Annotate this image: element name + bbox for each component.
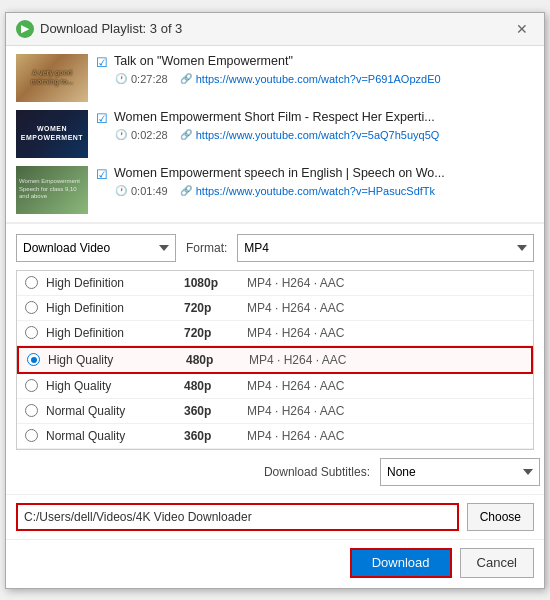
radio-button[interactable]: [25, 301, 38, 314]
checkbox-3[interactable]: ☑: [96, 167, 108, 182]
item-title-row-2: ☑ Women Empowerment Short Film - Respect…: [96, 110, 534, 126]
thumb-overlay-1: A very good morning to...: [16, 54, 88, 102]
quality-label: Normal Quality: [46, 429, 176, 443]
quality-label: High Definition: [46, 276, 176, 290]
quality-label: High Quality: [46, 379, 176, 393]
quality-item[interactable]: High Definition1080pMP4 · H264 · AAC: [17, 271, 533, 296]
options-section: Download Video Download Audio Download S…: [6, 223, 544, 450]
quality-item[interactable]: Normal Quality360pMP4 · H264 · AAC: [17, 424, 533, 449]
item-title-1: Talk on "Women Empowerment": [114, 54, 293, 68]
quality-item[interactable]: Normal Quality360pMP4 · H264 · AAC: [17, 399, 533, 424]
download-button[interactable]: Download: [350, 548, 452, 578]
item-title-2: Women Empowerment Short Film - Respect H…: [114, 110, 435, 124]
path-row: Choose: [6, 494, 544, 539]
thumbnail-2: WOMENEMPOWERMENT: [16, 110, 88, 158]
radio-button[interactable]: [25, 429, 38, 442]
quality-resolution: 480p: [184, 379, 239, 393]
choose-button[interactable]: Choose: [467, 503, 534, 531]
list-item: Women EmpowermentSpeech for class 9,10 a…: [16, 166, 534, 214]
url-3[interactable]: https://www.youtube.com/watch?v=HPasucSd…: [196, 185, 435, 197]
format-select[interactable]: MP4 MKV WebM AVI: [237, 234, 534, 262]
item-title-3: Women Empowerment speech in English | Sp…: [114, 166, 445, 180]
radio-button[interactable]: [25, 379, 38, 392]
quality-label: High Definition: [46, 301, 176, 315]
duration-row-3: 🕐 0:01:49: [115, 185, 168, 197]
link-icon-3: 🔗: [180, 185, 192, 196]
link-row-3: 🔗 https://www.youtube.com/watch?v=HPasuc…: [180, 185, 435, 197]
quality-resolution: 1080p: [184, 276, 239, 290]
item-info-1: ☑ Talk on "Women Empowerment" 🕐 0:27:28 …: [96, 54, 534, 85]
quality-label: Normal Quality: [46, 404, 176, 418]
quality-item[interactable]: High Quality480pMP4 · H264 · AAC: [17, 346, 533, 374]
list-item: A very good morning to... ☑ Talk on "Wom…: [16, 54, 534, 102]
title-bar: ▶ Download Playlist: 3 of 3 ✕: [6, 13, 544, 46]
duration-3: 0:01:49: [131, 185, 168, 197]
clock-icon-3: 🕐: [115, 185, 127, 196]
quality-item[interactable]: High Quality480pMP4 · H264 · AAC: [17, 374, 533, 399]
duration-row-1: 🕐 0:27:28: [115, 73, 168, 85]
url-2[interactable]: https://www.youtube.com/watch?v=5aQ7h5uy…: [196, 129, 440, 141]
item-meta-2: 🕐 0:02:28 🔗 https://www.youtube.com/watc…: [115, 129, 534, 141]
url-1[interactable]: https://www.youtube.com/watch?v=P691AOpz…: [196, 73, 441, 85]
radio-button[interactable]: [25, 404, 38, 417]
quality-resolution: 360p: [184, 429, 239, 443]
subtitles-label: Download Subtitles:: [264, 465, 370, 479]
quality-format: MP4 · H264 · AAC: [247, 326, 525, 340]
quality-list: High Definition1080pMP4 · H264 · AACHigh…: [17, 271, 533, 450]
radio-button[interactable]: [25, 276, 38, 289]
dialog-title: Download Playlist: 3 of 3: [40, 21, 182, 36]
radio-dot: [31, 357, 37, 363]
duration-2: 0:02:28: [131, 129, 168, 141]
quality-item[interactable]: High Definition720pMP4 · H264 · AAC: [17, 321, 533, 346]
item-meta-1: 🕐 0:27:28 🔗 https://www.youtube.com/watc…: [115, 73, 534, 85]
quality-resolution: 720p: [184, 326, 239, 340]
quality-resolution: 720p: [184, 301, 239, 315]
quality-label: High Quality: [48, 353, 178, 367]
item-meta-3: 🕐 0:01:49 🔗 https://www.youtube.com/watc…: [115, 185, 534, 197]
download-type-select[interactable]: Download Video Download Audio Download S…: [16, 234, 176, 262]
thumb-overlay-2: WOMENEMPOWERMENT: [16, 110, 88, 158]
path-input[interactable]: [16, 503, 459, 531]
quality-list-container[interactable]: High Definition1080pMP4 · H264 · AACHigh…: [16, 270, 534, 450]
radio-button[interactable]: [25, 326, 38, 339]
thumb-overlay-3: Women EmpowermentSpeech for class 9,10 a…: [16, 166, 88, 214]
app-icon: ▶: [16, 20, 34, 38]
duration-row-2: 🕐 0:02:28: [115, 129, 168, 141]
quality-format: MP4 · H264 · AAC: [247, 404, 525, 418]
link-row-1: 🔗 https://www.youtube.com/watch?v=P691AO…: [180, 73, 441, 85]
link-icon-1: 🔗: [180, 73, 192, 84]
link-icon-2: 🔗: [180, 129, 192, 140]
playlist-items: A very good morning to... ☑ Talk on "Wom…: [6, 46, 544, 223]
quality-format: MP4 · H264 · AAC: [247, 429, 525, 443]
item-title-row-3: ☑ Women Empowerment speech in English | …: [96, 166, 534, 182]
close-button[interactable]: ✕: [510, 19, 534, 39]
thumbnail-3: Women EmpowermentSpeech for class 9,10 a…: [16, 166, 88, 214]
quality-item[interactable]: High Definition720pMP4 · H264 · AAC: [17, 296, 533, 321]
options-row: Download Video Download Audio Download S…: [16, 234, 534, 262]
checkbox-1[interactable]: ☑: [96, 55, 108, 70]
duration-1: 0:27:28: [131, 73, 168, 85]
subtitles-row: Download Subtitles: None English Auto-ge…: [6, 458, 544, 486]
action-row: Download Cancel: [6, 539, 544, 588]
quality-item[interactable]: Normal Quality240pMP4 · H264 · AAC: [17, 449, 533, 450]
quality-format: MP4 · H264 · AAC: [249, 353, 523, 367]
quality-format: MP4 · H264 · AAC: [247, 301, 525, 315]
thumbnail-1: A very good morning to...: [16, 54, 88, 102]
item-info-3: ☑ Women Empowerment speech in English | …: [96, 166, 534, 197]
format-label: Format:: [186, 241, 227, 255]
quality-format: MP4 · H264 · AAC: [247, 379, 525, 393]
link-row-2: 🔗 https://www.youtube.com/watch?v=5aQ7h5…: [180, 129, 440, 141]
quality-label: High Definition: [46, 326, 176, 340]
quality-resolution: 360p: [184, 404, 239, 418]
quality-resolution: 480p: [186, 353, 241, 367]
clock-icon-2: 🕐: [115, 129, 127, 140]
list-item: WOMENEMPOWERMENT ☑ Women Empowerment Sho…: [16, 110, 534, 158]
quality-format: MP4 · H264 · AAC: [247, 276, 525, 290]
item-info-2: ☑ Women Empowerment Short Film - Respect…: [96, 110, 534, 141]
item-title-row-1: ☑ Talk on "Women Empowerment": [96, 54, 534, 70]
cancel-button[interactable]: Cancel: [460, 548, 534, 578]
checkbox-2[interactable]: ☑: [96, 111, 108, 126]
radio-button[interactable]: [27, 353, 40, 366]
clock-icon-1: 🕐: [115, 73, 127, 84]
subtitles-select[interactable]: None English Auto-generated: [380, 458, 540, 486]
